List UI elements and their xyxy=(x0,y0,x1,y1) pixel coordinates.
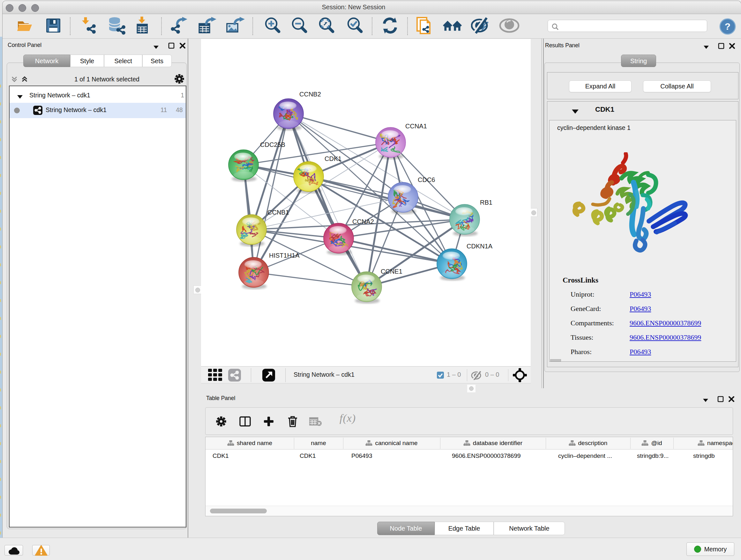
svg-text:CDK1: CDK1 xyxy=(325,155,341,162)
svg-text:CDC25B: CDC25B xyxy=(260,141,285,148)
svg-text:CCNB1: CCNB1 xyxy=(267,209,289,216)
svg-text:CDKN1A: CDKN1A xyxy=(467,243,493,250)
svg-text:CDC6: CDC6 xyxy=(418,176,435,183)
svg-text:CCNB2: CCNB2 xyxy=(299,91,321,98)
svg-text:RB1: RB1 xyxy=(480,199,492,206)
svg-text:CCNA2: CCNA2 xyxy=(352,218,374,225)
svg-text:CCNE1: CCNE1 xyxy=(381,268,402,275)
svg-text:CCNA1: CCNA1 xyxy=(405,123,427,130)
svg-text:HIST1H1A: HIST1H1A xyxy=(269,252,300,259)
svg-text:?: ? xyxy=(725,21,731,32)
